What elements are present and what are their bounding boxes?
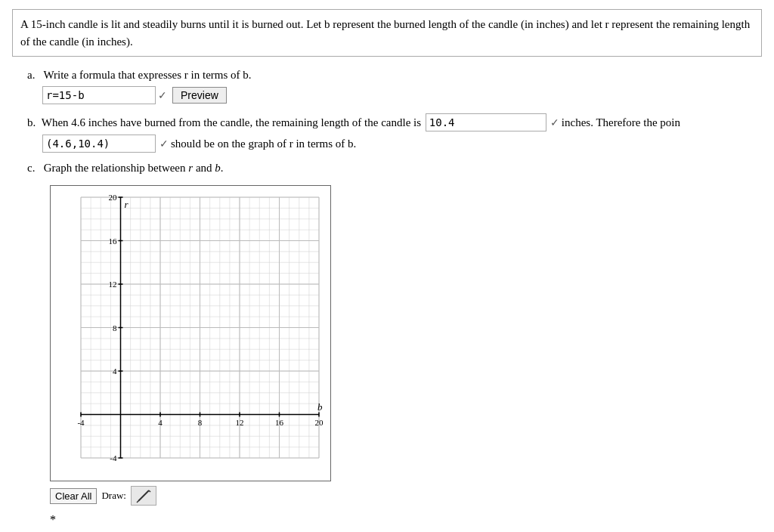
part-b-line1-prefix: When 4.6 inches have burned from the can…	[42, 116, 421, 129]
part-b-checkmark: ✓	[550, 116, 559, 129]
part-b-remaining-input[interactable]	[426, 113, 546, 131]
part-a-letter: a.	[27, 69, 35, 81]
part-c-letter: c.	[27, 162, 35, 174]
part-b-line2-suffix: should be on the graph of r in terms of …	[171, 138, 356, 150]
problem-description: A 15-inch candle is lit and steadily bur…	[12, 9, 762, 57]
svg-line-0	[138, 490, 149, 501]
part-b-point-input[interactable]	[42, 135, 156, 153]
part-b: b. When 4.6 inches have burned from the …	[27, 113, 762, 153]
part-b-line2: ✓ should be on the graph of r in terms o…	[42, 135, 762, 153]
preview-button[interactable]: Preview	[172, 87, 227, 104]
part-a: a. Write a formula that expresses r in t…	[27, 69, 762, 104]
graph-controls: Clear All Draw:	[50, 486, 331, 506]
part-c-label: c. Graph the relationship between r and …	[27, 162, 762, 175]
part-c: c. Graph the relationship between r and …	[27, 162, 762, 527]
part-a-instruction: Write a formula that expresses r in term…	[43, 69, 251, 81]
part-b-label: b.	[27, 116, 36, 129]
part-c-instruction: Graph the relationship between r and b.	[44, 162, 224, 174]
asterisk-symbol: *	[50, 513, 56, 526]
asterisk-container: *	[50, 513, 762, 527]
graph-canvas[interactable]	[50, 185, 331, 481]
draw-label: Draw:	[101, 490, 126, 502]
part-b-line1-suffix: inches. Therefore the poin	[562, 116, 680, 129]
part-b-line1: b. When 4.6 inches have burned from the …	[27, 113, 762, 131]
problem-text-span: A 15-inch candle is lit and steadily bur…	[20, 18, 750, 48]
part-a-input[interactable]	[42, 86, 156, 104]
graph-container: Clear All Draw:	[50, 185, 331, 506]
svg-line-2	[137, 501, 138, 503]
part-a-checkmark: ✓	[158, 89, 167, 102]
pencil-icon	[135, 487, 152, 504]
part-b-point-checkmark: ✓	[159, 138, 169, 150]
part-a-label: a. Write a formula that expresses r in t…	[27, 69, 762, 82]
clear-all-button[interactable]: Clear All	[50, 488, 97, 504]
draw-icon-button[interactable]	[131, 486, 156, 506]
svg-line-1	[149, 490, 150, 492]
